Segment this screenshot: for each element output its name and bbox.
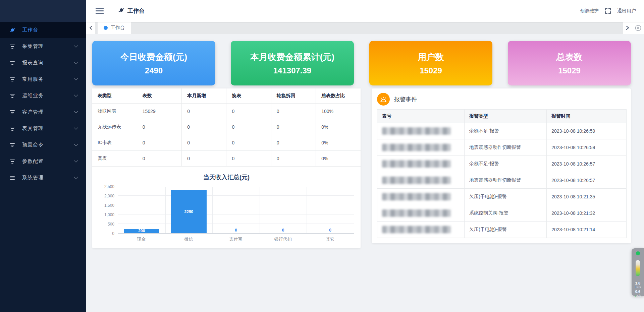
- meter-type-table: 表类型表数本月新增换表轮换拆回总表数占比 物联网表15029 00 0100% …: [92, 88, 361, 167]
- chevron-down-icon: [74, 175, 78, 179]
- column-header: 表号: [377, 110, 465, 123]
- column-header: 轮换拆回: [271, 88, 316, 103]
- net-speed-widget[interactable]: 1.8 ↑K/s 0.6 ↓K/s: [632, 248, 644, 296]
- tabs-scroll-right-button[interactable]: [623, 22, 632, 34]
- sidebar-logo-area: [0, 0, 86, 22]
- redacted-meter-number: [382, 209, 451, 217]
- sidebar-item-常用服务[interactable]: 常用服务: [0, 71, 86, 87]
- sidebar-item-表具管理[interactable]: 表具管理: [0, 120, 86, 137]
- alarm-time: 2023-10-08 10:21:32: [547, 205, 627, 222]
- stat-card-title: 用户数: [369, 51, 492, 63]
- redacted-meter-number: [382, 193, 451, 200]
- alarm-type: 地震震感器动作切断报警: [465, 172, 547, 189]
- stat-card: 总表数 15029: [508, 41, 631, 85]
- filter-icon: [9, 93, 15, 99]
- sidebar-menu: 工作台 采集管理 报表查询 常用服务 运维业务 客户管理 表具管理 预置命令 参…: [0, 22, 86, 186]
- alarm-table: 表号报警类型报警时间 余额不足-报警 2023-10-08 10:26:59 地…: [377, 109, 627, 238]
- down-arrow-icon: ↓: [635, 294, 636, 298]
- chart-plot-area: 2002290000: [118, 187, 354, 234]
- stat-card-value: 141307.39: [231, 66, 354, 75]
- alarm-row: 地震震感器动作切断报警 2023-10-08 10:26:57: [377, 172, 627, 189]
- redacted-meter-number: [382, 144, 451, 151]
- alarm-row: 余额不足-报警 2023-10-08 10:26:57: [377, 156, 627, 172]
- stat-card-value: 15029: [369, 66, 492, 75]
- gauge-pill-icon: [636, 260, 640, 276]
- chevron-down-icon: [74, 158, 78, 163]
- table-header-row: 表号报警类型报警时间: [377, 110, 627, 123]
- alarm-type: 地震震感器动作切断报警: [465, 139, 547, 156]
- upload-speed-value: 1.8: [635, 281, 640, 286]
- tab-bar-filler: [131, 22, 623, 34]
- alarm-time: 2023-10-08 10:21:35: [547, 189, 627, 205]
- sidebar-item-label: 参数配置: [22, 158, 44, 165]
- alarm-type: 余额不足-报警: [465, 156, 547, 172]
- main-area: 工作台 创源维护 退出用户 工作台 今日收费: [86, 0, 644, 312]
- sidebar-item-采集管理[interactable]: 采集管理: [0, 38, 86, 55]
- sidebar-item-label: 表具管理: [22, 125, 44, 132]
- collapse-menu-icon[interactable]: [96, 8, 104, 14]
- menu-bars-icon: [9, 175, 15, 181]
- alarm-siren-icon: [377, 93, 390, 106]
- stat-card: 本月收费金额累计(元) 141307.39: [231, 41, 354, 85]
- bar-value-label: 0: [212, 228, 260, 233]
- income-chart: 当天收入汇总(元) 05001,0001,5002,0002,500 20022…: [92, 167, 361, 248]
- tab-label: 工作台: [111, 25, 125, 31]
- sidebar-item-运维业务[interactable]: 运维业务: [0, 87, 86, 104]
- bar-现金: 200: [118, 187, 165, 233]
- table-row: 普表0 00 00%: [92, 150, 361, 166]
- stat-card-value: 15029: [508, 66, 631, 75]
- status-dot-icon: [636, 251, 640, 255]
- stat-card: 今日收费金额(元) 2490: [92, 41, 215, 85]
- column-header: 总表数占比: [316, 88, 361, 103]
- redacted-meter-number: [382, 177, 451, 184]
- tabs-scroll-left-button[interactable]: [86, 22, 95, 34]
- redacted-meter-number: [382, 226, 451, 233]
- bar-支付宝: 0: [212, 187, 260, 233]
- sidebar-item-label: 客户管理: [22, 109, 44, 115]
- chevron-down-icon: [74, 76, 78, 80]
- redacted-meter-number: [382, 127, 451, 135]
- bar-银行代扣: 0: [260, 187, 307, 233]
- chevron-down-icon: [74, 109, 78, 113]
- alarm-time: 2023-10-08 10:26:59: [547, 139, 627, 156]
- upload-speed-unit: K/s: [637, 286, 641, 289]
- column-header: 表类型: [92, 88, 137, 103]
- meter-summary-panel: 表类型表数本月新增换表轮换拆回总表数占比 物联网表15029 00 0100% …: [92, 88, 361, 248]
- sidebar-item-客户管理[interactable]: 客户管理: [0, 104, 86, 120]
- alarm-type: 系统控制关阀-报警: [465, 205, 547, 222]
- alarm-time: 2023-10-08 10:21:14: [547, 222, 627, 238]
- fullscreen-icon[interactable]: [605, 8, 611, 14]
- filter-icon: [9, 76, 15, 82]
- sidebar-item-报表查询[interactable]: 报表查询: [0, 55, 86, 71]
- close-tabs-icon[interactable]: [632, 22, 644, 34]
- column-header: 报警类型: [465, 110, 547, 123]
- sidebar-item-label: 运维业务: [22, 92, 44, 99]
- chevron-down-icon: [74, 92, 78, 97]
- stat-card: 用户数 15029: [369, 41, 492, 85]
- alarm-time: 2023-10-08 10:26:57: [547, 156, 627, 172]
- sidebar-item-预置命令[interactable]: 预置命令: [0, 137, 86, 153]
- chevron-down-icon: [74, 60, 78, 64]
- sidebar-item-参数配置[interactable]: 参数配置: [0, 153, 86, 170]
- stat-card-title: 今日收费金额(元): [92, 51, 215, 63]
- sidebar-item-系统管理[interactable]: 系统管理: [0, 170, 86, 186]
- chart-title: 当天收入汇总(元): [99, 173, 354, 181]
- top-header: 工作台 创源维护 退出用户: [86, 0, 644, 22]
- content-area: 今日收费金额(元) 2490 本月收费金额累计(元) 141307.39 用户数…: [86, 34, 644, 312]
- leaf-icon: [118, 7, 124, 15]
- logout-link[interactable]: 退出用户: [617, 8, 636, 14]
- page-title-group: 工作台: [118, 7, 145, 15]
- column-header: 本月新增: [182, 88, 226, 103]
- download-speed-unit: K/s: [637, 294, 641, 298]
- table-row: 物联网表15029 00 0100%: [92, 103, 361, 119]
- bar-value-label: 0: [260, 228, 307, 233]
- column-header: 报警时间: [547, 110, 627, 123]
- sidebar-item-工作台[interactable]: 工作台: [0, 22, 86, 38]
- chevron-down-icon: [74, 43, 78, 48]
- maintenance-link[interactable]: 创源维护: [580, 8, 599, 14]
- sidebar-item-label: 采集管理: [22, 43, 44, 50]
- up-arrow-icon: ↑: [635, 286, 636, 289]
- sidebar-item-label: 报表查询: [22, 60, 44, 66]
- tab-workbench[interactable]: 工作台: [98, 22, 131, 34]
- sidebar: 工作台 采集管理 报表查询 常用服务 运维业务 客户管理 表具管理 预置命令 参…: [0, 0, 86, 312]
